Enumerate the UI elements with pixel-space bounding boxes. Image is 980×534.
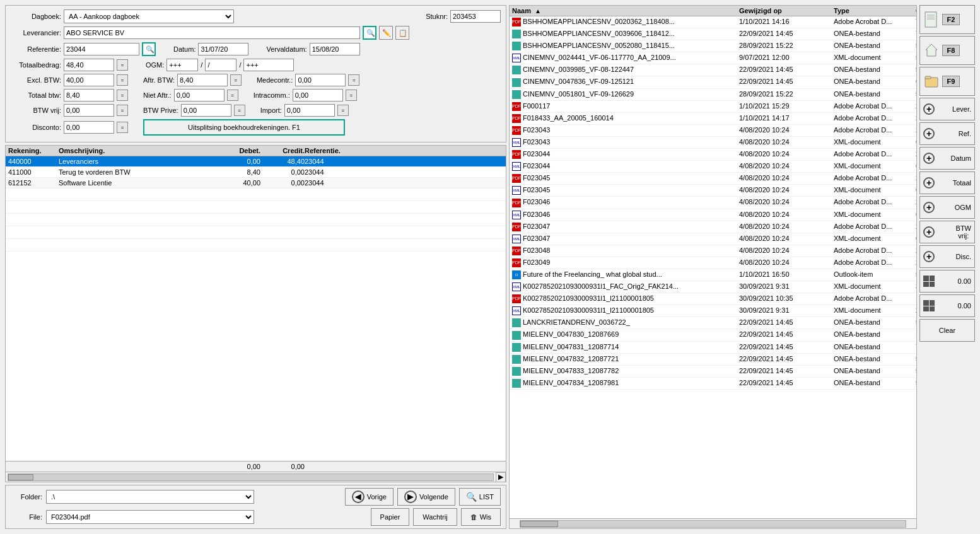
table-row[interactable]: 411000 Terug te vorderen BTW 8,40 0,00 2… <box>6 167 506 178</box>
ogm-btn[interactable]: + OGM <box>919 196 975 219</box>
list-item[interactable]: BSHHOMEAPPLIANCESNV_0052080_118415... 28… <box>510 40 916 52</box>
list-item[interactable]: MIELENV_0047834_12087981 22/09/2021 14:4… <box>510 378 916 390</box>
aftr-btw-input[interactable] <box>177 74 228 86</box>
table-row[interactable]: 612152 Software Licentie 40,00 0,00 2304… <box>6 178 506 189</box>
list-item[interactable]: XMLF023044 4/08/2020 10:24 XML-document … <box>510 161 916 173</box>
btw-vrij-input[interactable] <box>64 104 114 117</box>
list-item[interactable]: PDFK0027852021093000931l1_l21100001805 3… <box>510 293 916 305</box>
list-item[interactable]: CINEMNV_0039985_VF-08-122447 22/09/2021 … <box>510 64 916 76</box>
list-item[interactable]: CINEMNV_0051801_VF-09-126629 28/09/2021 … <box>510 89 916 101</box>
btw-vrij-calc-icon[interactable]: = <box>117 105 128 116</box>
table-row[interactable] <box>6 189 506 201</box>
list-item[interactable]: PDFF000117 1/10/2021 15:29 Adobe Acrobat… <box>510 101 916 113</box>
ogm-input1[interactable] <box>166 59 198 71</box>
list-item[interactable]: PDFF023043 4/08/2020 10:24 Adobe Acrobat… <box>510 125 916 137</box>
vervaldatum-input[interactable] <box>310 43 360 55</box>
excl-btw-input[interactable] <box>64 74 114 86</box>
calc-btn-2[interactable]: 0.00 <box>919 294 975 317</box>
datum-btn[interactable]: + Datum <box>919 147 975 170</box>
table-row[interactable]: 440000 Leveranciers 0,00 48,40 23044 <box>6 156 506 167</box>
excl-btw-calc-icon[interactable]: = <box>117 74 128 86</box>
leverancier-info-btn[interactable]: 📋 <box>395 26 409 40</box>
volgende-btn[interactable]: ▶ Volgende <box>397 488 455 506</box>
ref-btn[interactable]: + Ref. <box>919 122 975 145</box>
list-item[interactable]: PDFF018433_AA_20005_160014 1/10/2021 14:… <box>510 113 916 125</box>
f9-btn[interactable]: F9 <box>919 67 975 96</box>
leverancier-search-btn[interactable]: 🔍 <box>363 26 376 40</box>
disc-btn[interactable]: + Disc. <box>919 245 975 268</box>
file-panel-footer[interactable] <box>510 518 916 528</box>
dagboek-select[interactable]: AA - Aankoop dagboek <box>64 9 234 23</box>
list-item[interactable]: PDFF023049 4/08/2020 10:24 Adobe Acrobat… <box>510 257 916 269</box>
f2-btn[interactable]: F2 <box>919 5 975 34</box>
totaalbedrag-input[interactable] <box>64 59 114 71</box>
clear-btn[interactable]: Clear <box>919 319 975 342</box>
totaal-btw-input[interactable] <box>64 89 114 102</box>
uitsplitsing-btn[interactable]: Uitsplitsing boekhoudrekeningen. F1 <box>143 119 345 136</box>
leverancier-input[interactable] <box>64 26 360 39</box>
disconto-input[interactable] <box>64 121 114 134</box>
import-input[interactable] <box>284 104 335 117</box>
table-row[interactable] <box>6 239 506 252</box>
list-item[interactable]: PDFF023046 4/08/2020 10:24 Adobe Acrobat… <box>510 197 916 209</box>
aftr-btw-calc-icon[interactable]: = <box>230 74 242 86</box>
list-item[interactable]: XMLK0027852021093000931l1_FAC_Orig2_FAK2… <box>510 281 916 293</box>
list-item[interactable]: MIELENV_0047833_12087782 22/09/2021 14:4… <box>510 366 916 378</box>
list-item[interactable]: PDFF023044 4/08/2020 10:24 Adobe Acrobat… <box>510 149 916 161</box>
list-item[interactable]: XMLF023047 4/08/2020 10:24 XML-document … <box>510 233 916 245</box>
btw-vrij-btn[interactable]: + BTW vrij: <box>919 221 975 243</box>
datum-input[interactable] <box>198 43 248 55</box>
list-item[interactable]: MIELENV_0047831_12087714 22/09/2021 14:4… <box>510 342 916 354</box>
list-item[interactable]: XMLF023043 4/08/2020 10:24 XML-document … <box>510 137 916 149</box>
btw-prive-calc-icon[interactable]: = <box>234 105 245 116</box>
leverancier-edit-btn[interactable]: ✏️ <box>379 26 393 40</box>
f8-btn[interactable]: F8 <box>919 36 975 65</box>
totaal-btw-calc-icon[interactable]: = <box>117 90 128 101</box>
niet-aftr-input[interactable] <box>174 89 225 102</box>
btw-prive-input[interactable] <box>181 104 231 117</box>
intracomm-calc-icon[interactable]: = <box>346 90 357 101</box>
totaalbedrag-calc-icon[interactable]: = <box>117 59 128 71</box>
calc-btn-1[interactable]: 0.00 <box>919 270 975 293</box>
disconto-calc-icon[interactable]: = <box>117 122 128 133</box>
vorige-btn[interactable]: ◀ Vorige <box>345 488 394 506</box>
list-item[interactable]: CINEMNV_0047836_VF-09-125121 22/09/2021 … <box>510 76 916 88</box>
papier-btn[interactable]: Papier <box>371 508 410 526</box>
ogm-input2[interactable] <box>205 59 236 71</box>
list-item[interactable]: OFuture of the Freelancing_ what global … <box>510 269 916 281</box>
grid-scrollbar-h[interactable]: ▶ <box>6 472 506 482</box>
list-item[interactable]: PDFBSHHOMEAPPLIANCESNV_0020362_118408...… <box>510 16 916 28</box>
referentie-input[interactable] <box>64 43 139 55</box>
list-item[interactable]: BSHHOMEAPPLIANCESNV_0039606_118412... 22… <box>510 28 916 40</box>
file-select[interactable]: F023044.pdf <box>46 510 254 524</box>
medecontr-calc-icon[interactable]: = <box>348 74 359 86</box>
list-item[interactable]: XMLF023045 4/08/2020 10:24 XML-document … <box>510 185 916 197</box>
list-item[interactable]: XMLF023046 4/08/2020 10:24 XML-document … <box>510 209 916 221</box>
import-calc-icon[interactable]: = <box>337 105 349 116</box>
list-item[interactable]: XMLCINEMNV_0024441_VF-06-117770_AA_21009… <box>510 52 916 64</box>
list-item[interactable]: MIELENV_0047830_12087669 22/09/2021 14:4… <box>510 329 916 341</box>
scroll-right-btn[interactable]: ▶ <box>496 472 506 482</box>
wachtrij-btn[interactable]: Wachtrij <box>413 508 457 526</box>
totaal-btn[interactable]: + Totaal <box>919 171 975 194</box>
ogm-input3[interactable] <box>243 59 294 71</box>
lever-btn[interactable]: + Lever. <box>919 98 975 120</box>
medecontr-input[interactable] <box>295 74 346 86</box>
wis-btn[interactable]: 🗑 Wis <box>461 508 501 526</box>
folder-select[interactable]: .\ <box>46 490 254 504</box>
list-item[interactable]: PDFF023048 4/08/2020 10:24 Adobe Acrobat… <box>510 245 916 257</box>
col-naam[interactable]: Naam ▲ <box>512 7 739 15</box>
table-row[interactable] <box>6 201 506 214</box>
stuknr-input[interactable] <box>450 10 501 23</box>
niet-aftr-calc-icon[interactable]: = <box>227 90 238 101</box>
list-item[interactable]: PDFF023045 4/08/2020 10:24 Adobe Acrobat… <box>510 173 916 185</box>
list-btn[interactable]: 🔍 LIST <box>459 488 501 506</box>
list-item[interactable]: LANCKRIETANDRENV_0036722_ 22/09/2021 14:… <box>510 317 916 329</box>
intracomm-input[interactable] <box>293 89 343 102</box>
list-item[interactable]: XMLK0027852021093000931l1_l21100001805 3… <box>510 305 916 317</box>
table-row[interactable] <box>6 214 506 226</box>
list-item[interactable]: MIELENV_0047832_12087721 22/09/2021 14:4… <box>510 354 916 366</box>
referentie-search-btn[interactable]: 🔍 <box>142 42 156 56</box>
table-row[interactable] <box>6 226 506 239</box>
list-item[interactable]: PDFF023047 4/08/2020 10:24 Adobe Acrobat… <box>510 221 916 233</box>
